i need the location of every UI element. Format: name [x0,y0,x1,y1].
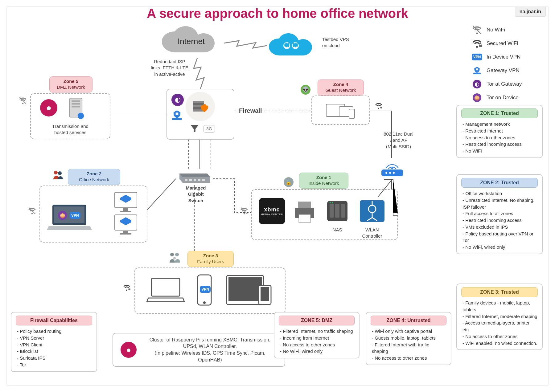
tablet-icon [224,273,273,308]
filter-icon [189,123,200,135]
wlan-controller-icon [357,197,388,227]
list-item: WiFi enabled, no wired connection. [462,340,538,347]
people-icon [52,169,64,182]
card-zone2-list: Office workstationUnrestricted Internet.… [461,190,538,251]
card-zone4-list: WiFi only with captive portalGuests mobi… [371,328,446,361]
card-firewall-list: Policy based routingVPN ServerVPN Client… [16,328,92,368]
zone2-nowifi-icon [28,206,36,216]
zone4-box [311,96,370,125]
zone2-tag: Zone 2 [87,171,101,176]
svg-rect-31 [194,179,196,181]
list-item: VMs excluded in IPS [462,224,538,231]
zone5-label: Zone 5 DMZ Network [49,76,92,92]
cluster-box: ● Cluster of Raspberry Pi's running XBMC… [113,333,285,367]
zone4-label: Zone 4 Guest Network [318,80,364,96]
list-item: No WiFi, wired only [462,244,538,251]
legend-secured-wifi: Secured WiFi [487,40,518,47]
svg-rect-42 [123,231,128,233]
zone2-box: 🧅 VPN [39,186,147,243]
switch-label: Managed Gigabit Switch [182,185,210,204]
list-item: IBlocklist [17,348,92,355]
secured-wifi-icon [472,38,482,49]
watermark: na.jnar.in [515,7,546,17]
svg-point-27 [393,172,395,174]
printer-icon [291,198,319,226]
svg-rect-33 [202,179,205,181]
no-wifi-icon [472,25,482,35]
ap-note: 802.11ac Dual Band AP (Multi SSID) [375,131,422,150]
list-item: Incoming from Internet [280,335,355,341]
svg-rect-49 [330,204,334,218]
zone4-name: Guest Network [325,88,356,93]
zone3-wifi-icon [123,284,131,293]
list-item: Office workstation [462,190,538,197]
list-item: WiFi only with captive portal [372,328,446,335]
svg-rect-23 [380,107,382,108]
svg-rect-30 [189,179,192,181]
card-zone4: ZONE 4: Untrusted WiFi only with captive… [366,312,451,365]
zone3-tag: Zone 3 [203,253,218,258]
firewall-label: Firewall [239,107,262,114]
svg-point-28 [391,167,393,169]
hosted-label: Transmission and hosted services [31,123,110,136]
svg-rect-11 [172,118,182,120]
xbmc-icon: xbmcMEDIA CENTER [259,198,285,224]
isp-note: Redundant ISP links. FTTH & LTE in activ… [142,59,197,77]
zone5-box: ● Transmission and hosted services [30,93,110,139]
tor-gateway-icon: ◐ [472,79,482,89]
legend-tor-gw: Tor at Gateway [487,81,522,87]
shield-user-icon: 🔒 [284,177,294,187]
zone5-name: DMZ Network [57,84,85,90]
svg-rect-2 [473,73,481,74]
zone3-name: Family Users [197,259,224,264]
list-item: Policy based routing over VPN or Tor [462,231,538,244]
svg-point-26 [389,172,391,174]
svg-rect-47 [299,214,310,223]
svg-point-34 [54,171,58,174]
list-item: Restricted incoming access [462,217,538,224]
cluster-note: Cluster of Raspberry Pi's running XBMC, … [143,337,277,363]
svg-rect-64 [228,277,262,301]
nas-icon [323,197,351,226]
svg-rect-1 [479,45,482,47]
list-item: VPN Server [17,335,92,341]
card-zone1-list: Management networkRestricted internetNo … [461,121,538,154]
svg-point-53 [332,202,333,203]
svg-rect-15 [72,100,80,102]
legend-in-vpn: In Device VPN [487,54,521,60]
vm-icon-1 [112,190,139,215]
firewall-box: ◐ 3G [166,89,234,140]
card-zone3-list: Family devices - mobile, laptop, tablets… [461,300,538,346]
list-item: Unrestricted Internet. No shaping. ISP f… [462,197,538,210]
list-item: Full access to all zones [462,210,538,217]
card-firewall: Firewall Capabilities Policy based routi… [11,312,97,372]
list-item: No access to other zones [280,341,355,348]
zone3-box: VPN [134,267,286,314]
list-item: Management network [462,121,538,128]
card-zone4-title: ZONE 4: Untrusted [371,316,446,325]
raspberry-pi-icon-2: ● [121,342,137,358]
zone4-tag: Zone 4 [333,82,348,87]
svg-rect-66 [261,287,269,301]
zone4-wifi-icon [375,102,383,111]
card-firewall-title: Firewall Capabilities [16,316,92,325]
internet-cloud: Internet [157,26,225,61]
svg-point-58 [175,253,179,256]
card-zone1: ZONE 1: Trusted Management networkRestri… [456,105,543,158]
svg-rect-8 [193,101,204,103]
list-item: VPN Client [17,341,92,348]
zone2-name: Office Network [79,177,109,182]
family-icon [168,251,182,265]
ap-icon [378,158,407,181]
nas-label: NAS [323,227,351,233]
card-zone2-title: ZONE 2: Trusted [461,178,538,188]
list-item: Access to mediaplayers, printer, etc. [462,320,538,333]
gateway-vpn-mini-icon [170,108,184,123]
svg-rect-43 [120,233,131,235]
zone3-label: Zone 3 Family Users [187,251,234,267]
tor-icon: ◐ [171,94,184,106]
list-item: No access to other zones [372,355,446,361]
list-item: Suricata IPS [17,355,92,361]
card-zone3-title: ZONE 3: Trusted [461,287,538,297]
legend-tor-dev: Tor on Device [487,95,519,101]
